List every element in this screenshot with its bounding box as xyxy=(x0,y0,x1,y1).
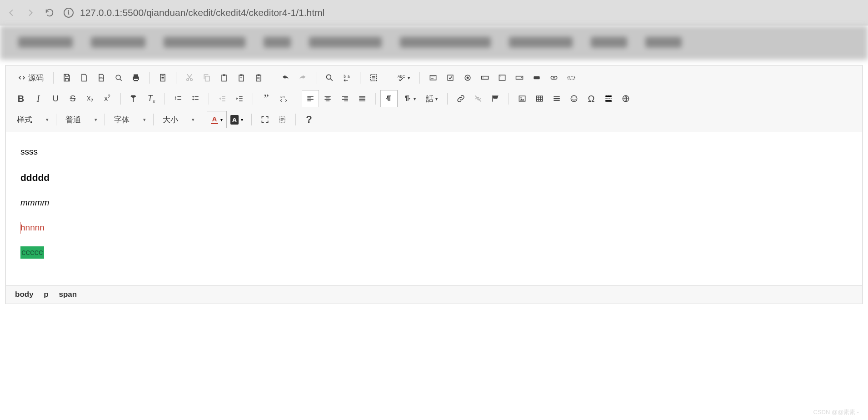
paste-word-icon[interactable]: W xyxy=(250,69,267,86)
checkbox-icon[interactable] xyxy=(442,69,459,86)
svg-rect-23 xyxy=(499,75,505,80)
hr-icon[interactable] xyxy=(548,90,565,107)
toolbar-row-1: 源码 PDF T W xyxy=(10,67,858,88)
link-icon[interactable] xyxy=(452,90,469,107)
align-right-icon[interactable] xyxy=(336,90,354,107)
radio-icon[interactable] xyxy=(459,69,476,86)
browser-chrome: i 127.0.0.1:5500/qianduan/ckedit/ckedit4… xyxy=(0,0,868,25)
iframe-icon[interactable] xyxy=(617,90,634,107)
styles-combo[interactable]: 样式▾ xyxy=(10,111,54,128)
content-line: ccccc xyxy=(20,246,848,259)
textfield-icon[interactable] xyxy=(476,69,494,86)
svg-rect-6 xyxy=(223,75,225,76)
indent-icon[interactable] xyxy=(231,90,248,107)
rtl-icon[interactable]: ▾ xyxy=(398,90,421,107)
svg-rect-22 xyxy=(482,76,489,80)
svg-rect-8 xyxy=(240,75,243,76)
font-combo[interactable]: 字体▾ xyxy=(107,111,151,128)
copy-icon[interactable] xyxy=(198,69,215,86)
table-icon[interactable] xyxy=(531,90,548,107)
svg-rect-5 xyxy=(222,75,226,81)
div-icon[interactable]: DIV xyxy=(275,90,292,107)
cut-icon[interactable] xyxy=(181,69,198,86)
svg-text:2: 2 xyxy=(175,98,176,100)
subscript-icon[interactable]: x2 xyxy=(81,90,99,107)
remove-format-icon[interactable]: Tx xyxy=(143,90,160,107)
size-combo[interactable]: 大小▾ xyxy=(155,111,200,128)
pdf-icon[interactable]: PDF xyxy=(93,69,110,86)
undo-icon[interactable] xyxy=(277,69,294,86)
bg-color-button[interactable]: A ▾ xyxy=(227,111,247,128)
align-justify-icon[interactable] xyxy=(354,90,371,107)
svg-point-27 xyxy=(553,77,554,78)
svg-text:DIV: DIV xyxy=(280,95,285,98)
italic-icon[interactable]: I xyxy=(30,90,47,107)
button-icon[interactable] xyxy=(528,69,545,86)
underline-icon[interactable]: U xyxy=(47,90,64,107)
content-line: mmmm xyxy=(20,197,848,209)
forward-button[interactable] xyxy=(25,8,35,18)
numbered-list-icon[interactable]: 12 xyxy=(170,90,187,107)
redo-icon[interactable] xyxy=(294,69,311,86)
show-blocks-icon[interactable] xyxy=(274,111,291,128)
about-icon[interactable]: ? xyxy=(300,111,318,128)
svg-point-32 xyxy=(192,99,194,100)
content-line: ssss xyxy=(20,146,848,158)
svg-point-36 xyxy=(520,97,522,99)
reload-button[interactable] xyxy=(45,8,55,18)
image-icon[interactable] xyxy=(514,90,531,107)
smiley-icon[interactable] xyxy=(565,90,583,107)
svg-text:b: b xyxy=(344,74,346,79)
svg-point-39 xyxy=(573,98,574,99)
blockquote-icon[interactable]: ” xyxy=(258,90,275,107)
find-icon[interactable] xyxy=(321,69,338,86)
unlink-icon[interactable] xyxy=(469,90,487,107)
new-page-icon[interactable] xyxy=(75,69,93,86)
strike-icon[interactable]: S xyxy=(64,90,81,107)
paste-text-icon[interactable]: T xyxy=(233,69,250,86)
select-icon[interactable] xyxy=(511,69,528,86)
replace-icon[interactable]: ba xyxy=(338,69,355,86)
preview-icon[interactable] xyxy=(110,69,127,86)
align-center-icon[interactable] xyxy=(319,90,336,107)
special-char-icon[interactable]: Ω xyxy=(583,90,600,107)
hidden-field-icon[interactable] xyxy=(563,69,580,86)
form-icon[interactable] xyxy=(424,69,442,86)
ckeditor: 源码 PDF T W xyxy=(5,65,863,304)
svg-point-2 xyxy=(187,79,189,80)
textarea-icon[interactable] xyxy=(494,69,511,86)
path-item[interactable]: body xyxy=(15,290,34,299)
svg-rect-18 xyxy=(430,75,436,80)
anchor-icon[interactable] xyxy=(487,90,504,107)
bold-icon[interactable]: B xyxy=(12,90,30,107)
path-item[interactable]: span xyxy=(59,290,77,299)
paste-icon[interactable] xyxy=(215,69,233,86)
editor-content[interactable]: ssss ddddd mmmm hnnnn ccccc xyxy=(6,132,862,285)
imagebutton-icon[interactable] xyxy=(545,69,563,86)
templates-icon[interactable] xyxy=(154,69,171,86)
outdent-icon[interactable] xyxy=(214,90,231,107)
select-all-icon[interactable] xyxy=(365,69,382,86)
address-bar[interactable]: i 127.0.0.1:5500/qianduan/ckedit/ckedit4… xyxy=(64,7,862,18)
align-left-icon[interactable] xyxy=(302,90,319,107)
copy-formatting-icon[interactable] xyxy=(125,90,143,107)
save-icon[interactable] xyxy=(58,69,75,86)
maximize-icon[interactable] xyxy=(256,111,274,128)
spellcheck-icon[interactable]: ABC▾ xyxy=(392,69,415,86)
pagebreak-icon[interactable] xyxy=(600,90,617,107)
text-color-button[interactable]: A ▾ xyxy=(207,111,227,128)
back-button[interactable] xyxy=(6,8,16,18)
elements-path[interactable]: body p span xyxy=(6,285,862,304)
info-icon[interactable]: i xyxy=(64,8,74,18)
source-button[interactable]: 源码 xyxy=(12,69,49,86)
content-line: ddddd xyxy=(20,171,848,184)
format-combo[interactable]: 普通▾ xyxy=(58,111,103,128)
svg-rect-34 xyxy=(492,95,493,101)
path-item[interactable]: p xyxy=(44,290,48,299)
svg-point-40 xyxy=(575,98,576,99)
superscript-icon[interactable]: x2 xyxy=(99,90,116,107)
bulleted-list-icon[interactable] xyxy=(187,90,204,107)
language-icon[interactable]: 話▾ xyxy=(421,90,443,107)
ltr-icon[interactable] xyxy=(380,90,398,107)
print-icon[interactable] xyxy=(127,69,145,86)
